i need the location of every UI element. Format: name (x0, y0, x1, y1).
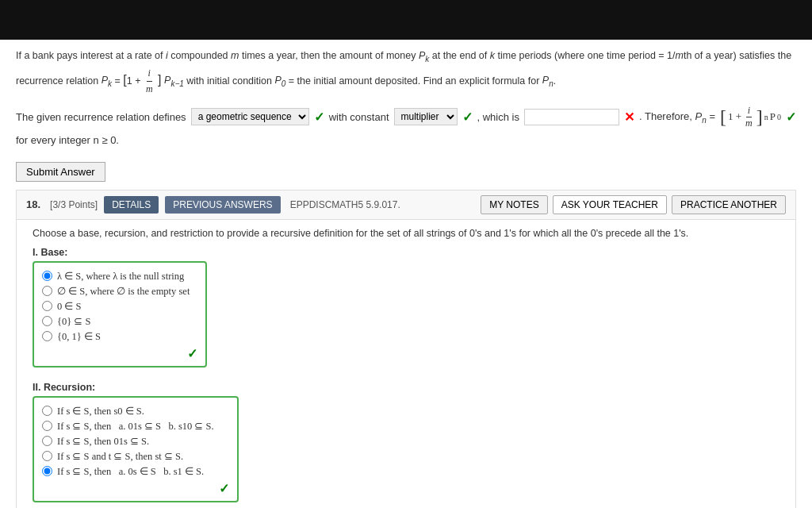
input-x-icon: ✕ (624, 110, 634, 125)
which-is-label: , which is (477, 111, 519, 123)
problem-prev-text: If a bank pays interest at a rate of i c… (16, 48, 796, 97)
base-option-1: λ ∈ S, where λ is the null string (42, 270, 197, 283)
right-buttons: MY NOTES ASK YOUR TEACHER PRACTICE ANOTH… (481, 195, 786, 214)
therefore-label: . Therefore, Pn = (639, 110, 715, 125)
base-option-5: {0, 1} ∈ S (42, 330, 197, 343)
base-radio-3[interactable] (42, 301, 52, 311)
base-radio-5[interactable] (42, 331, 52, 341)
recursion-option-2: If s ⊆ S, then a. 01s ⊆ S b. s10 ⊆ S. (42, 420, 229, 433)
recursion-radio-3[interactable] (42, 436, 52, 446)
base-radio-1[interactable] (42, 271, 52, 281)
recurrence-defines-label: The given recurrence relation defines (16, 111, 186, 123)
base-option-2: ∅ ∈ S, where ∅ is the empty set (42, 285, 197, 298)
problem-number: 18. (26, 198, 40, 210)
recursion-options-group: If s ∈ S, then s0 ∈ S. If s ⊆ S, then a.… (33, 396, 239, 502)
constant-type-dropdown[interactable]: multiplier (394, 108, 458, 125)
submit-button[interactable]: Submit Answer (16, 162, 105, 182)
section-base-title: I. Base: (33, 247, 779, 258)
recurrence-row: The given recurrence relation defines a … (16, 105, 796, 146)
dropdown2-check-icon: ✓ (462, 110, 473, 125)
dropdown1-check-icon: ✓ (314, 110, 324, 125)
base-radio-4[interactable] (42, 316, 52, 326)
base-option-3: 0 ∈ S (42, 300, 197, 313)
recursion-check-mark: ✓ (42, 481, 229, 496)
formula-check-icon: ✓ (786, 110, 796, 125)
recursion-option-5: If s ⊆ S, then a. 0s ∈ S b. s1 ∈ S. (42, 465, 229, 478)
recursion-radio-1[interactable] (42, 406, 52, 416)
recursion-option-4: If s ⊆ S and t ⊆ S, then st ⊆ S. (42, 450, 229, 463)
submit-area: Submit Answer (16, 154, 796, 190)
recursion-radio-4[interactable] (42, 451, 52, 461)
base-radio-2[interactable] (42, 286, 52, 296)
top-bar (0, 0, 812, 40)
base-options-group: λ ∈ S, where λ is the null string ∅ ∈ S,… (33, 261, 207, 368)
base-check-mark: ✓ (42, 346, 197, 361)
details-button[interactable]: DETAILS (104, 196, 159, 214)
recursion-option-3: If s ⊆ S, then 01s ⊆ S. (42, 435, 229, 448)
with-constant-label: with constant (329, 111, 389, 123)
recursion-radio-2[interactable] (42, 421, 52, 431)
prev-answers-button[interactable]: PREVIOUS ANSWERS (165, 196, 280, 214)
section-recursion-title: II. Recursion: (33, 382, 779, 393)
multiplier-input[interactable] (524, 109, 619, 125)
question-body: Choose a base, recursion, and restrictio… (16, 220, 796, 508)
recursion-option-1: If s ∈ S, then s0 ∈ S. (42, 405, 229, 418)
sequence-type-dropdown[interactable]: a geometric sequence (191, 108, 309, 125)
question-intro: Choose a base, recursion, and restrictio… (33, 228, 779, 239)
recursion-radio-5[interactable] (42, 466, 52, 476)
for-every-label: for every integer n ≥ 0. (16, 134, 119, 146)
problem18-header: 18. [3/3 Points] DETAILS PREVIOUS ANSWER… (16, 190, 796, 220)
problem-code: EPPDISCMATH5 5.9.017. (290, 199, 400, 210)
base-option-4: {0} ⊆ S (42, 315, 197, 328)
formula-display: [ 1 + im ] nP0 (720, 105, 781, 129)
content-area: If a bank pays interest at a rate of i c… (0, 40, 812, 508)
my-notes-button[interactable]: MY NOTES (481, 195, 547, 214)
practice-another-button[interactable]: PRACTICE ANOTHER (672, 195, 786, 214)
points-badge: [3/3 Points] (50, 199, 98, 210)
ask-teacher-button[interactable]: ASK YOUR TEACHER (553, 195, 667, 214)
